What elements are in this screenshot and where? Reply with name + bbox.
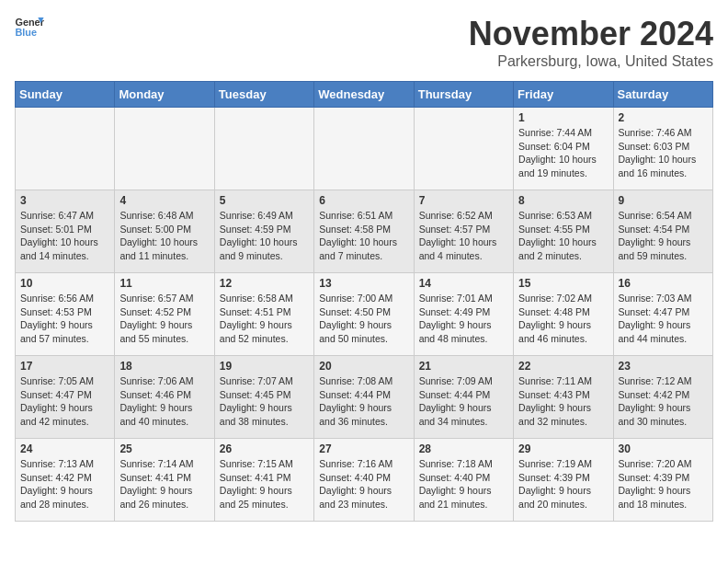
day-number: 30 [619, 442, 708, 455]
day-info: Sunrise: 7:11 AM Sunset: 4:43 PM Dayligh… [518, 374, 608, 429]
title-block: November 2024 Parkersburg, Iowa, United … [469, 15, 713, 70]
calendar-cell [115, 108, 214, 190]
logo-icon: General Blue [15, 15, 44, 40]
week-row-4: 17Sunrise: 7:05 AM Sunset: 4:47 PM Dayli… [16, 356, 713, 439]
day-info: Sunrise: 7:19 AM Sunset: 4:39 PM Dayligh… [518, 457, 608, 511]
calendar-cell: 8Sunrise: 6:53 AM Sunset: 4:55 PM Daylig… [514, 190, 613, 273]
weekday-header-tuesday: Tuesday [214, 82, 313, 108]
day-info: Sunrise: 7:03 AM Sunset: 4:47 PM Dayligh… [619, 292, 708, 346]
calendar-table: SundayMondayTuesdayWednesdayThursdayFrid… [15, 81, 713, 522]
day-number: 23 [619, 360, 708, 373]
calendar-cell: 3Sunrise: 6:47 AM Sunset: 5:01 PM Daylig… [16, 190, 115, 273]
calendar-cell: 16Sunrise: 7:03 AM Sunset: 4:47 PM Dayli… [613, 273, 712, 356]
day-number: 9 [619, 194, 708, 207]
day-info: Sunrise: 7:44 AM Sunset: 6:04 PM Dayligh… [518, 126, 608, 180]
calendar-cell: 28Sunrise: 7:18 AM Sunset: 4:40 PM Dayli… [414, 439, 513, 522]
day-number: 20 [319, 360, 408, 373]
calendar-cell: 15Sunrise: 7:02 AM Sunset: 4:48 PM Dayli… [514, 273, 613, 356]
day-info: Sunrise: 7:01 AM Sunset: 4:49 PM Dayligh… [419, 292, 508, 346]
day-info: Sunrise: 6:47 AM Sunset: 5:01 PM Dayligh… [20, 209, 109, 263]
day-number: 25 [119, 442, 209, 455]
day-number: 2 [619, 111, 708, 124]
week-row-2: 3Sunrise: 6:47 AM Sunset: 5:01 PM Daylig… [16, 190, 713, 273]
day-number: 19 [220, 360, 309, 373]
day-number: 14 [419, 277, 508, 290]
calendar-cell [414, 108, 513, 190]
calendar-cell: 27Sunrise: 7:16 AM Sunset: 4:40 PM Dayli… [314, 439, 414, 522]
weekday-header-sunday: Sunday [16, 82, 115, 108]
calendar-cell: 10Sunrise: 6:56 AM Sunset: 4:53 PM Dayli… [16, 273, 115, 356]
day-info: Sunrise: 7:08 AM Sunset: 4:44 PM Dayligh… [319, 374, 408, 429]
day-number: 21 [419, 360, 508, 373]
day-number: 28 [419, 442, 508, 455]
weekday-header-friday: Friday [514, 82, 613, 108]
day-info: Sunrise: 7:07 AM Sunset: 4:45 PM Dayligh… [220, 374, 309, 429]
calendar-cell: 22Sunrise: 7:11 AM Sunset: 4:43 PM Dayli… [514, 356, 613, 439]
weekday-header-wednesday: Wednesday [314, 82, 414, 108]
calendar-cell [314, 108, 414, 190]
calendar-cell: 14Sunrise: 7:01 AM Sunset: 4:49 PM Dayli… [414, 273, 513, 356]
week-row-1: 1Sunrise: 7:44 AM Sunset: 6:04 PM Daylig… [16, 108, 713, 190]
day-info: Sunrise: 6:53 AM Sunset: 4:55 PM Dayligh… [518, 209, 608, 263]
day-number: 29 [518, 442, 608, 455]
day-info: Sunrise: 7:00 AM Sunset: 4:50 PM Dayligh… [319, 292, 408, 346]
day-number: 22 [518, 360, 608, 373]
calendar-cell: 21Sunrise: 7:09 AM Sunset: 4:44 PM Dayli… [414, 356, 513, 439]
day-info: Sunrise: 6:52 AM Sunset: 4:57 PM Dayligh… [419, 209, 508, 263]
location-title: Parkersburg, Iowa, United States [469, 53, 713, 70]
calendar-cell: 6Sunrise: 6:51 AM Sunset: 4:58 PM Daylig… [314, 190, 414, 273]
day-info: Sunrise: 6:48 AM Sunset: 5:00 PM Dayligh… [119, 209, 209, 263]
calendar-cell: 23Sunrise: 7:12 AM Sunset: 4:42 PM Dayli… [613, 356, 712, 439]
weekday-header-thursday: Thursday [414, 82, 513, 108]
calendar-cell: 24Sunrise: 7:13 AM Sunset: 4:42 PM Dayli… [16, 439, 115, 522]
calendar-cell: 30Sunrise: 7:20 AM Sunset: 4:39 PM Dayli… [613, 439, 712, 522]
day-number: 12 [220, 277, 309, 290]
calendar-cell: 1Sunrise: 7:44 AM Sunset: 6:04 PM Daylig… [514, 108, 613, 190]
day-info: Sunrise: 7:16 AM Sunset: 4:40 PM Dayligh… [319, 457, 408, 511]
weekday-header-saturday: Saturday [613, 82, 712, 108]
calendar-cell: 5Sunrise: 6:49 AM Sunset: 4:59 PM Daylig… [214, 190, 313, 273]
calendar-cell: 13Sunrise: 7:00 AM Sunset: 4:50 PM Dayli… [314, 273, 414, 356]
day-info: Sunrise: 7:09 AM Sunset: 4:44 PM Dayligh… [419, 374, 508, 429]
day-number: 26 [220, 442, 309, 455]
day-number: 8 [518, 194, 608, 207]
calendar-cell: 17Sunrise: 7:05 AM Sunset: 4:47 PM Dayli… [16, 356, 115, 439]
day-number: 3 [20, 194, 109, 207]
day-number: 18 [119, 360, 209, 373]
day-info: Sunrise: 6:49 AM Sunset: 4:59 PM Dayligh… [220, 209, 309, 263]
day-number: 17 [20, 360, 109, 373]
day-info: Sunrise: 7:06 AM Sunset: 4:46 PM Dayligh… [119, 374, 209, 429]
calendar-cell: 20Sunrise: 7:08 AM Sunset: 4:44 PM Dayli… [314, 356, 414, 439]
month-title: November 2024 [469, 15, 713, 53]
calendar-cell [214, 108, 313, 190]
day-number: 4 [119, 194, 209, 207]
calendar-cell: 11Sunrise: 6:57 AM Sunset: 4:52 PM Dayli… [115, 273, 214, 356]
day-info: Sunrise: 7:15 AM Sunset: 4:41 PM Dayligh… [220, 457, 309, 511]
day-number: 16 [619, 277, 708, 290]
logo: General Blue [15, 15, 44, 40]
day-info: Sunrise: 6:58 AM Sunset: 4:51 PM Dayligh… [220, 292, 309, 346]
week-row-5: 24Sunrise: 7:13 AM Sunset: 4:42 PM Dayli… [16, 439, 713, 522]
day-number: 1 [518, 111, 608, 124]
day-info: Sunrise: 6:57 AM Sunset: 4:52 PM Dayligh… [119, 292, 209, 346]
day-number: 7 [419, 194, 508, 207]
weekday-header-monday: Monday [115, 82, 214, 108]
day-info: Sunrise: 6:51 AM Sunset: 4:58 PM Dayligh… [319, 209, 408, 263]
calendar-cell: 19Sunrise: 7:07 AM Sunset: 4:45 PM Dayli… [214, 356, 313, 439]
day-number: 6 [319, 194, 408, 207]
day-number: 11 [119, 277, 209, 290]
calendar-cell: 4Sunrise: 6:48 AM Sunset: 5:00 PM Daylig… [115, 190, 214, 273]
svg-text:Blue: Blue [15, 27, 37, 38]
day-number: 5 [220, 194, 309, 207]
day-number: 13 [319, 277, 408, 290]
day-info: Sunrise: 7:05 AM Sunset: 4:47 PM Dayligh… [20, 374, 109, 429]
day-info: Sunrise: 6:54 AM Sunset: 4:54 PM Dayligh… [619, 209, 708, 263]
weekday-header-row: SundayMondayTuesdayWednesdayThursdayFrid… [16, 82, 713, 108]
day-number: 24 [20, 442, 109, 455]
header: General Blue November 2024 Parkersburg, … [15, 15, 713, 70]
day-info: Sunrise: 7:46 AM Sunset: 6:03 PM Dayligh… [619, 126, 708, 180]
calendar-cell [16, 108, 115, 190]
day-number: 15 [518, 277, 608, 290]
calendar-cell: 7Sunrise: 6:52 AM Sunset: 4:57 PM Daylig… [414, 190, 513, 273]
calendar-cell: 9Sunrise: 6:54 AM Sunset: 4:54 PM Daylig… [613, 190, 712, 273]
